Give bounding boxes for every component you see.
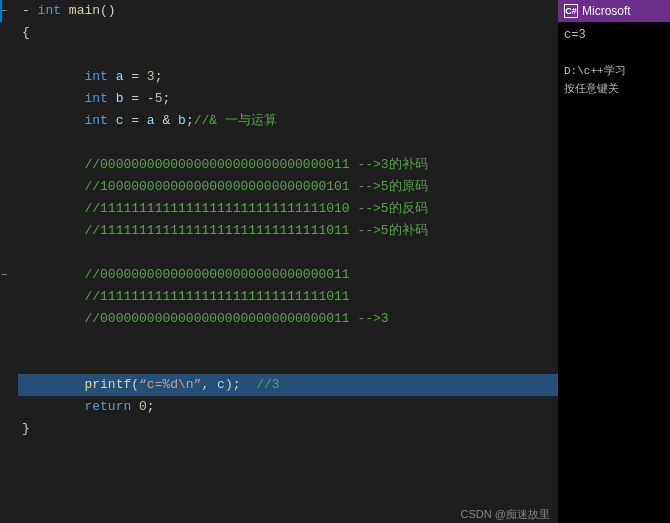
line-gutter: − (0, 0, 18, 22)
code-editor: −- int main(){ int a = 3; int b = -5; in… (0, 0, 558, 523)
line-text (18, 44, 558, 66)
line-gutter (0, 242, 18, 264)
line-text: int c = a & b;//& 一与运算 (18, 110, 558, 132)
line-text: //10000000000000000000000000000101 -->5的… (18, 176, 558, 198)
line-text: int b = -5; (18, 88, 558, 110)
code-line (0, 330, 558, 352)
console-press: 按任意键关 (564, 80, 664, 98)
line-gutter (0, 176, 18, 198)
code-line: //00000000000000000000000000000011 -->3的… (0, 154, 558, 176)
line-gutter (0, 396, 18, 418)
line-gutter (0, 308, 18, 330)
line-text: - int main() (18, 0, 558, 22)
code-lines: −- int main(){ int a = 3; int b = -5; in… (0, 0, 558, 440)
line-text: } (18, 418, 558, 440)
bottom-bar: CSDN @痴迷故里 (0, 505, 558, 523)
code-line: //11111111111111111111111111111011 -->5的… (0, 220, 558, 242)
line-text (18, 330, 558, 352)
line-text (18, 352, 558, 374)
line-gutter (0, 110, 18, 132)
line-gutter (0, 418, 18, 440)
line-text: { (18, 22, 558, 44)
console-icon: C# (564, 4, 578, 18)
line-gutter (0, 352, 18, 374)
code-line: int a = 3; (0, 66, 558, 88)
line-text (18, 242, 558, 264)
code-line: − //00000000000000000000000000000011 (0, 264, 558, 286)
line-text: //11111111111111111111111111111011 -->5的… (18, 220, 558, 242)
console-title: Microsoft (582, 4, 631, 18)
line-gutter (0, 88, 18, 110)
line-text: //11111111111111111111111111111010 -->5的… (18, 198, 558, 220)
line-gutter (0, 330, 18, 352)
code-line: //00000000000000000000000000000011 -->3 (0, 308, 558, 330)
line-text (18, 132, 558, 154)
line-text: printf(“c=%d\n”, c); //3 (18, 374, 558, 396)
line-text: //11111111111111111111111111111011 (18, 286, 558, 308)
line-gutter (0, 198, 18, 220)
code-line (0, 242, 558, 264)
code-line (0, 44, 558, 66)
code-line: −- int main() (0, 0, 558, 22)
line-gutter (0, 44, 18, 66)
line-gutter (0, 132, 18, 154)
line-gutter (0, 154, 18, 176)
code-line: { (0, 22, 558, 44)
console-path: D:\c++学习 (564, 62, 664, 80)
code-line: //11111111111111111111111111111010 -->5的… (0, 198, 558, 220)
code-line: //11111111111111111111111111111011 (0, 286, 558, 308)
code-line: int b = -5; (0, 88, 558, 110)
code-line: } (0, 418, 558, 440)
line-text: //00000000000000000000000000000011 -->3的… (18, 154, 558, 176)
code-line: int c = a & b;//& 一与运算 (0, 110, 558, 132)
console-panel: C# Microsoft c=3 D:\c++学习 按任意键关 (558, 0, 670, 523)
line-text: return 0; (18, 396, 558, 418)
attribution-text: CSDN @痴迷故里 (461, 507, 550, 522)
line-gutter: − (0, 264, 18, 286)
code-line (0, 132, 558, 154)
line-text: int a = 3; (18, 66, 558, 88)
console-output-line2 (564, 44, 664, 62)
line-gutter (0, 66, 18, 88)
line-text: //00000000000000000000000000000011 -->3 (18, 308, 558, 330)
code-line: //10000000000000000000000000000101 -->5的… (0, 176, 558, 198)
line-gutter (0, 220, 18, 242)
console-content: c=3 D:\c++学习 按任意键关 (558, 22, 670, 523)
line-gutter (0, 22, 18, 44)
console-titlebar: C# Microsoft (558, 0, 670, 22)
code-line (0, 352, 558, 374)
code-line: printf(“c=%d\n”, c); //3 (0, 374, 558, 396)
code-line: return 0; (0, 396, 558, 418)
console-output-line1: c=3 (564, 26, 664, 44)
line-gutter (0, 286, 18, 308)
line-text: //00000000000000000000000000000011 (18, 264, 558, 286)
line-gutter (0, 374, 18, 396)
